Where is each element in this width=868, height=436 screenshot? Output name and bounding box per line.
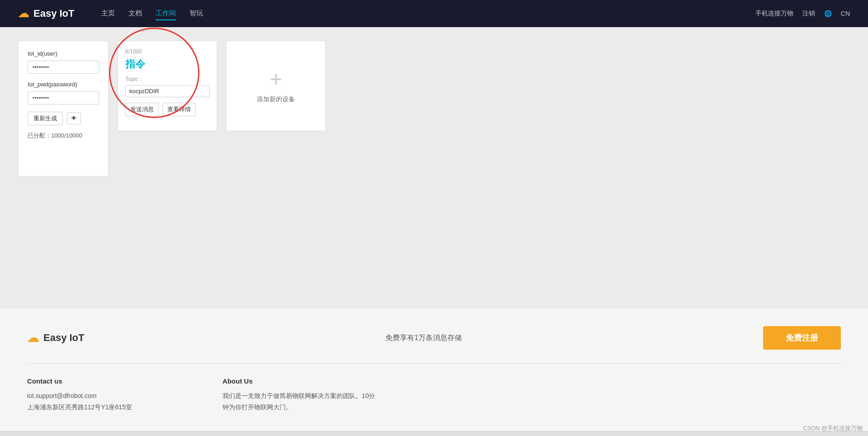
allocation-text: 已分配：1000/10000 <box>28 132 99 140</box>
nav-play[interactable]: 智玩 <box>190 7 203 20</box>
pwd-label: Iot_pwd(password) <box>28 81 99 88</box>
footer-cloud-icon: ☁ <box>27 331 39 345</box>
add-device-label: 添加新的设备 <box>257 95 295 104</box>
card-buttons: 发送消息 查看详情 <box>125 103 209 116</box>
pwd-input[interactable] <box>28 91 99 104</box>
about-title: About Us <box>223 377 381 385</box>
card-counter: 6/1000 <box>125 48 209 55</box>
watermark: CSDN @手机连接万物 <box>803 424 863 432</box>
main-content: Iot_id(user) Iot_pwd(password) 重新生成 👁 已分… <box>0 27 868 308</box>
contact-title: Contact us <box>27 377 132 385</box>
globe-icon: 🌐 <box>824 10 832 17</box>
footer-info: Contact us iot.support@dfrobot.com 上海浦东新… <box>27 377 841 413</box>
card-title: 指令 <box>125 57 209 71</box>
about-text: 我们是一支致力于做简易物联网解决方案的团队。10分钟为你打开物联网大门。 <box>223 390 381 413</box>
nav-links: 主页 文档 工作间 智玩 <box>101 7 755 20</box>
action-buttons: 重新生成 👁 <box>28 112 99 125</box>
id-label: Iot_id(user) <box>28 50 99 57</box>
nav-home[interactable]: 主页 <box>101 7 115 20</box>
regenerate-button[interactable]: 重新生成 <box>28 112 63 125</box>
about-section: About Us 我们是一支致力于做简易物联网解决方案的团队。10分钟为你打开物… <box>223 377 381 413</box>
contact-address: 上海浦东新区亮秀路112号Y1座615室 <box>27 402 132 413</box>
add-device-card[interactable]: + 添加新的设备 <box>226 41 326 131</box>
brand-label: Easy IoT <box>33 8 74 19</box>
footer-promo: ☁ Easy IoT 免费享有1万条消息存储 免费注册 Contact us i… <box>0 308 868 431</box>
navbar: ☁ Easy IoT 主页 文档 工作间 智玩 手机连接万物 注销 🌐 CN <box>0 0 868 27</box>
device-card: 6/1000 指令 Topic： 发送消息 查看详情 <box>118 41 217 131</box>
nav-right: 手机连接万物 注销 🌐 CN <box>755 9 850 18</box>
bottom-bar: Copyright 2017. All Rights Reserved. Pow… <box>0 431 868 436</box>
view-details-button[interactable]: 查看详情 <box>162 103 196 116</box>
promo-brand: ☁ Easy IoT <box>27 331 84 345</box>
eye-icon: 👁 <box>71 115 77 122</box>
contact-section: Contact us iot.support@dfrobot.com 上海浦东新… <box>27 377 132 413</box>
card-topic-label: Topic： <box>125 76 209 83</box>
eye-button[interactable]: 👁 <box>67 112 81 124</box>
promo-text: 免费享有1万条消息存储 <box>385 333 462 343</box>
promo-top: ☁ Easy IoT 免费享有1万条消息存储 免费注册 <box>27 326 841 350</box>
contact-email: iot.support@dfrobot.com <box>27 390 132 402</box>
left-panel: Iot_id(user) Iot_pwd(password) 重新生成 👁 已分… <box>18 41 109 176</box>
lang-switch[interactable]: CN <box>841 10 850 17</box>
nav-docs[interactable]: 文档 <box>128 7 142 20</box>
connect-mobile[interactable]: 手机连接万物 <box>755 9 793 18</box>
cloud-icon: ☁ <box>18 7 29 20</box>
nav-workspace[interactable]: 工作间 <box>156 7 176 20</box>
card-topic-input[interactable] <box>125 85 209 97</box>
divider <box>27 363 841 364</box>
nav-brand[interactable]: ☁ Easy IoT <box>18 7 74 20</box>
logout-btn[interactable]: 注销 <box>802 9 815 18</box>
id-input[interactable] <box>28 61 99 74</box>
register-button[interactable]: 免费注册 <box>763 326 841 350</box>
footer-brand-label: Easy IoT <box>43 332 84 344</box>
plus-icon: + <box>270 68 282 90</box>
cards-area: 6/1000 指令 Topic： 发送消息 查看详情 + 添加新的设备 <box>118 41 850 131</box>
send-message-button[interactable]: 发送消息 <box>125 103 159 116</box>
